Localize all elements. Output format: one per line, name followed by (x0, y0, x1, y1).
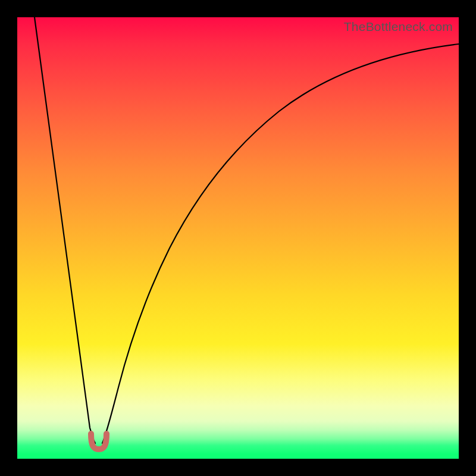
chart-frame: TheBottleneck.com (0, 0, 476, 476)
chart-plot-area: TheBottleneck.com (17, 17, 459, 459)
optimal-marker-icon (91, 434, 107, 449)
curve-left-branch (35, 17, 95, 443)
curve-right-branch (102, 44, 459, 443)
chart-curves (17, 17, 459, 459)
